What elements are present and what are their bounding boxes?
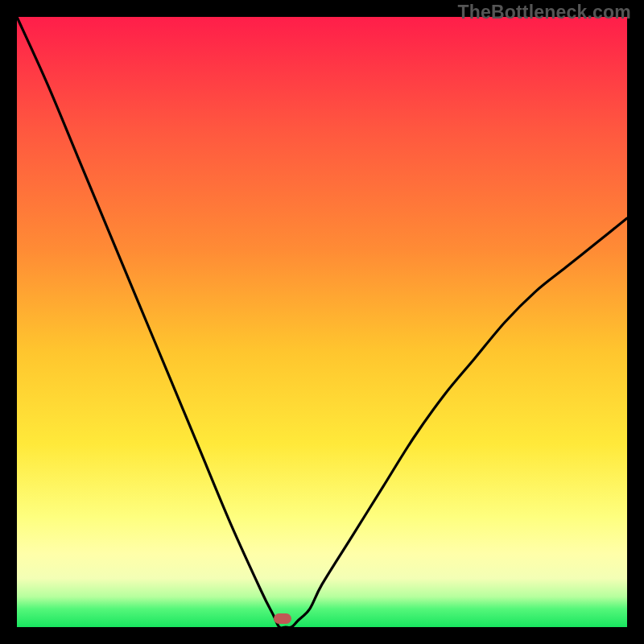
bottleneck-curve bbox=[17, 17, 627, 627]
optimal-marker bbox=[274, 613, 291, 624]
chart-frame: TheBottleneck.com bbox=[0, 0, 644, 644]
plot-area bbox=[17, 17, 627, 627]
watermark-text: TheBottleneck.com bbox=[457, 2, 631, 23]
